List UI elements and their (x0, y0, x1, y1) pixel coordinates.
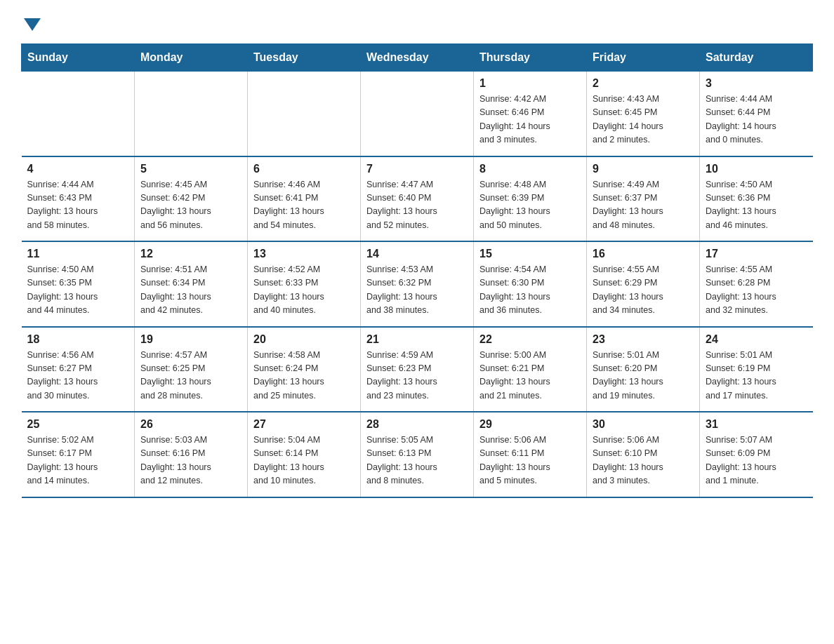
day-number: 4 (27, 163, 129, 175)
calendar-cell: 26Sunrise: 5:03 AM Sunset: 6:16 PM Dayli… (135, 412, 248, 497)
calendar-cell: 25Sunrise: 5:02 AM Sunset: 6:17 PM Dayli… (22, 412, 135, 497)
day-number: 5 (140, 163, 241, 175)
day-info: Sunrise: 4:53 AM Sunset: 6:32 PM Dayligh… (366, 263, 468, 318)
calendar-cell: 30Sunrise: 5:06 AM Sunset: 6:10 PM Dayli… (587, 412, 700, 497)
day-number: 20 (253, 333, 355, 346)
calendar-cell: 20Sunrise: 4:58 AM Sunset: 6:24 PM Dayli… (248, 327, 361, 412)
day-info: Sunrise: 4:55 AM Sunset: 6:29 PM Dayligh… (593, 263, 694, 318)
weekday-header-sunday: Sunday (22, 44, 135, 72)
calendar-body: 1Sunrise: 4:42 AM Sunset: 6:46 PM Daylig… (22, 72, 813, 497)
weekday-header-wednesday: Wednesday (361, 44, 474, 72)
day-info: Sunrise: 5:04 AM Sunset: 6:14 PM Dayligh… (253, 434, 355, 488)
calendar-cell: 18Sunrise: 4:56 AM Sunset: 6:27 PM Dayli… (22, 327, 135, 412)
calendar-cell: 14Sunrise: 4:53 AM Sunset: 6:32 PM Dayli… (361, 241, 474, 327)
day-number: 15 (479, 248, 581, 260)
day-info: Sunrise: 4:48 AM Sunset: 6:39 PM Dayligh… (479, 178, 581, 233)
day-number: 13 (253, 248, 355, 260)
calendar-cell: 17Sunrise: 4:55 AM Sunset: 6:28 PM Dayli… (700, 241, 813, 327)
page-header (21, 14, 813, 31)
weekday-header-thursday: Thursday (474, 44, 587, 72)
day-info: Sunrise: 4:51 AM Sunset: 6:34 PM Dayligh… (140, 263, 241, 318)
weekday-header-saturday: Saturday (700, 44, 813, 72)
day-number: 6 (253, 163, 355, 175)
day-number: 21 (366, 333, 468, 346)
day-info: Sunrise: 4:46 AM Sunset: 6:41 PM Dayligh… (253, 178, 355, 233)
day-number: 18 (27, 333, 129, 346)
day-info: Sunrise: 4:43 AM Sunset: 6:45 PM Dayligh… (593, 93, 694, 147)
calendar-cell: 4Sunrise: 4:44 AM Sunset: 6:43 PM Daylig… (22, 156, 135, 242)
day-info: Sunrise: 5:07 AM Sunset: 6:09 PM Dayligh… (706, 434, 807, 488)
calendar-cell: 8Sunrise: 4:48 AM Sunset: 6:39 PM Daylig… (474, 156, 587, 242)
calendar-cell: 28Sunrise: 5:05 AM Sunset: 6:13 PM Dayli… (361, 412, 474, 497)
day-info: Sunrise: 5:01 AM Sunset: 6:19 PM Dayligh… (706, 349, 807, 403)
week-row-5: 25Sunrise: 5:02 AM Sunset: 6:17 PM Dayli… (22, 412, 813, 497)
calendar-cell (22, 72, 135, 156)
day-info: Sunrise: 4:55 AM Sunset: 6:28 PM Dayligh… (706, 263, 807, 318)
day-number: 25 (27, 418, 129, 431)
day-number: 1 (479, 77, 581, 90)
day-info: Sunrise: 4:56 AM Sunset: 6:27 PM Dayligh… (27, 349, 129, 403)
calendar-cell: 19Sunrise: 4:57 AM Sunset: 6:25 PM Dayli… (135, 327, 248, 412)
day-info: Sunrise: 5:02 AM Sunset: 6:17 PM Dayligh… (27, 434, 129, 488)
calendar-header: SundayMondayTuesdayWednesdayThursdayFrid… (22, 44, 813, 72)
day-info: Sunrise: 5:05 AM Sunset: 6:13 PM Dayligh… (366, 434, 468, 488)
calendar-cell (361, 72, 474, 156)
day-number: 11 (27, 248, 129, 260)
calendar-cell: 27Sunrise: 5:04 AM Sunset: 6:14 PM Dayli… (248, 412, 361, 497)
day-info: Sunrise: 5:06 AM Sunset: 6:10 PM Dayligh… (593, 434, 694, 488)
calendar-cell: 24Sunrise: 5:01 AM Sunset: 6:19 PM Dayli… (700, 327, 813, 412)
calendar-cell: 1Sunrise: 4:42 AM Sunset: 6:46 PM Daylig… (474, 72, 587, 156)
logo (21, 14, 41, 31)
week-row-1: 1Sunrise: 4:42 AM Sunset: 6:46 PM Daylig… (22, 72, 813, 156)
day-number: 7 (366, 163, 468, 175)
day-number: 30 (593, 418, 694, 431)
calendar-cell (248, 72, 361, 156)
day-number: 8 (479, 163, 581, 175)
week-row-4: 18Sunrise: 4:56 AM Sunset: 6:27 PM Dayli… (22, 327, 813, 412)
week-row-2: 4Sunrise: 4:44 AM Sunset: 6:43 PM Daylig… (22, 156, 813, 242)
weekday-header-monday: Monday (135, 44, 248, 72)
logo-triangle-icon (24, 18, 41, 31)
day-info: Sunrise: 4:47 AM Sunset: 6:40 PM Dayligh… (366, 178, 468, 233)
calendar-cell: 22Sunrise: 5:00 AM Sunset: 6:21 PM Dayli… (474, 327, 587, 412)
day-number: 27 (253, 418, 355, 431)
day-number: 3 (706, 77, 807, 90)
day-number: 2 (593, 77, 694, 90)
week-row-3: 11Sunrise: 4:50 AM Sunset: 6:35 PM Dayli… (22, 241, 813, 327)
day-info: Sunrise: 4:44 AM Sunset: 6:44 PM Dayligh… (706, 93, 807, 147)
calendar-cell: 6Sunrise: 4:46 AM Sunset: 6:41 PM Daylig… (248, 156, 361, 242)
calendar-cell: 16Sunrise: 4:55 AM Sunset: 6:29 PM Dayli… (587, 241, 700, 327)
day-info: Sunrise: 4:44 AM Sunset: 6:43 PM Dayligh… (27, 178, 129, 233)
calendar-cell (135, 72, 248, 156)
weekday-header-tuesday: Tuesday (248, 44, 361, 72)
calendar-cell: 2Sunrise: 4:43 AM Sunset: 6:45 PM Daylig… (587, 72, 700, 156)
calendar-cell: 7Sunrise: 4:47 AM Sunset: 6:40 PM Daylig… (361, 156, 474, 242)
day-info: Sunrise: 4:58 AM Sunset: 6:24 PM Dayligh… (253, 349, 355, 403)
day-info: Sunrise: 5:01 AM Sunset: 6:20 PM Dayligh… (593, 349, 694, 403)
day-number: 28 (366, 418, 468, 431)
calendar-cell: 15Sunrise: 4:54 AM Sunset: 6:30 PM Dayli… (474, 241, 587, 327)
day-number: 17 (706, 248, 807, 260)
day-number: 26 (140, 418, 241, 431)
day-info: Sunrise: 4:59 AM Sunset: 6:23 PM Dayligh… (366, 349, 468, 403)
calendar-cell: 21Sunrise: 4:59 AM Sunset: 6:23 PM Dayli… (361, 327, 474, 412)
day-info: Sunrise: 4:45 AM Sunset: 6:42 PM Dayligh… (140, 178, 241, 233)
day-info: Sunrise: 5:06 AM Sunset: 6:11 PM Dayligh… (479, 434, 581, 488)
calendar-cell: 23Sunrise: 5:01 AM Sunset: 6:20 PM Dayli… (587, 327, 700, 412)
weekday-header-row: SundayMondayTuesdayWednesdayThursdayFrid… (22, 44, 813, 72)
day-info: Sunrise: 4:52 AM Sunset: 6:33 PM Dayligh… (253, 263, 355, 318)
day-info: Sunrise: 5:00 AM Sunset: 6:21 PM Dayligh… (479, 349, 581, 403)
day-info: Sunrise: 5:03 AM Sunset: 6:16 PM Dayligh… (140, 434, 241, 488)
day-number: 9 (593, 163, 694, 175)
weekday-header-friday: Friday (587, 44, 700, 72)
day-number: 16 (593, 248, 694, 260)
day-number: 12 (140, 248, 241, 260)
calendar-cell: 31Sunrise: 5:07 AM Sunset: 6:09 PM Dayli… (700, 412, 813, 497)
day-number: 31 (706, 418, 807, 431)
day-info: Sunrise: 4:42 AM Sunset: 6:46 PM Dayligh… (479, 93, 581, 147)
day-info: Sunrise: 4:57 AM Sunset: 6:25 PM Dayligh… (140, 349, 241, 403)
day-number: 22 (479, 333, 581, 346)
calendar-cell: 11Sunrise: 4:50 AM Sunset: 6:35 PM Dayli… (22, 241, 135, 327)
day-number: 10 (706, 163, 807, 175)
day-info: Sunrise: 4:50 AM Sunset: 6:36 PM Dayligh… (706, 178, 807, 233)
